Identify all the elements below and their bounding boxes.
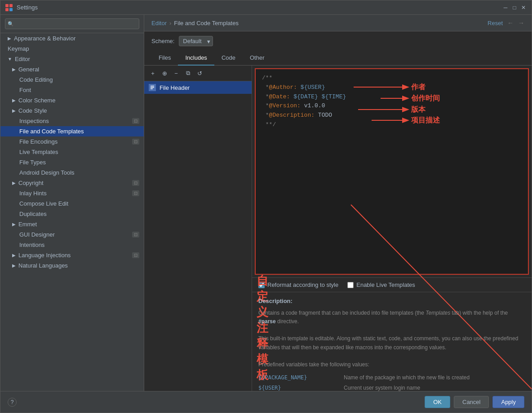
- reformat-input[interactable]: [258, 282, 265, 288]
- sidebar-item-inlay-hints[interactable]: Inlay Hints ⊡: [0, 188, 144, 198]
- forward-button[interactable]: →: [518, 19, 524, 26]
- breadcrumb-separator: ›: [169, 20, 171, 26]
- sidebar-item-label: General: [18, 66, 39, 73]
- code-editor[interactable]: /** *@Author: ${USER} *@Date: ${DATE} ${…: [255, 68, 529, 275]
- var-row-user: ${USER} Current user system login name: [258, 384, 525, 391]
- template-item-file-header[interactable]: File Header: [144, 81, 252, 94]
- remove-template-button[interactable]: −: [171, 68, 181, 78]
- options-row: Reformat according to style Enable Live …: [252, 278, 532, 292]
- cancel-button[interactable]: Cancel: [454, 396, 489, 408]
- revert-template-button[interactable]: ↺: [195, 68, 204, 78]
- expand-arrow: ▶: [12, 263, 16, 268]
- sidebar-item-live-templates[interactable]: Live Templates: [0, 147, 144, 157]
- minimize-button[interactable]: ─: [502, 4, 509, 11]
- ok-button[interactable]: OK: [425, 396, 450, 408]
- back-button[interactable]: ←: [507, 19, 514, 26]
- svg-rect-3: [9, 8, 13, 11]
- tab-other[interactable]: Other: [243, 51, 272, 66]
- sidebar-item-file-encodings[interactable]: File Encodings ⊡: [0, 136, 144, 147]
- bottom-panel: Reformat according to style Enable Live …: [252, 277, 532, 391]
- sidebar-item-language-injections[interactable]: ▶ Language Injections ⊡: [0, 250, 144, 260]
- var-name-user: ${USER}: [258, 384, 339, 391]
- breadcrumb: Editor › File and Code Templates: [151, 20, 239, 26]
- sidebar-item-label: File Encodings: [19, 138, 58, 145]
- sidebar-item-file-code-templates[interactable]: File and Code Templates: [0, 126, 144, 136]
- app-icon: [5, 4, 13, 12]
- template-toolbar: + ⊕ − ⧉ ↺: [144, 66, 252, 81]
- badge: ⊡: [132, 139, 139, 145]
- sidebar-item-gui-designer[interactable]: GUI Designer ⊡: [0, 229, 144, 240]
- scheme-select[interactable]: Default Project: [179, 36, 213, 46]
- add-template-button[interactable]: +: [148, 68, 158, 78]
- badge: ⊡: [132, 252, 139, 258]
- search-input[interactable]: [5, 18, 139, 29]
- breadcrumb-parent[interactable]: Editor: [151, 20, 167, 26]
- description-paragraph-2: This built-in template is editable. Alon…: [258, 334, 525, 351]
- sidebar-item-color-scheme[interactable]: ▶ Color Scheme: [0, 95, 144, 105]
- sidebar-item-editor[interactable]: ▼ Editor: [0, 54, 144, 64]
- sidebar-item-file-types[interactable]: File Types: [0, 157, 144, 167]
- expand-arrow: ▶: [12, 98, 16, 103]
- live-templates-input[interactable]: [347, 282, 354, 288]
- reformat-checkbox[interactable]: Reformat according to style: [258, 281, 338, 288]
- apply-button[interactable]: Apply: [492, 396, 524, 408]
- duplicate-template-button[interactable]: ⧉: [183, 68, 193, 78]
- sidebar-item-general[interactable]: ▶ General: [0, 64, 144, 75]
- sidebar-item-label: Live Templates: [19, 149, 58, 155]
- settings-window: Settings ─ □ ✕ 🔍 ▶ Appearance & Behavior…: [0, 0, 532, 413]
- sidebar-item-appearance[interactable]: ▶ Appearance & Behavior: [0, 33, 144, 44]
- scheme-select-wrap: Default Project: [179, 36, 213, 46]
- template-editor-area: + ⊕ − ⧉ ↺: [144, 66, 532, 391]
- tab-includes[interactable]: Includes: [178, 51, 214, 66]
- sidebar-item-code-style[interactable]: ▶ Code Style: [0, 105, 144, 116]
- sidebar-item-label: Compose Live Edit: [19, 200, 68, 207]
- svg-rect-2: [5, 8, 9, 11]
- badge: ⊡: [132, 232, 139, 237]
- close-button[interactable]: ✕: [520, 4, 527, 11]
- sidebar-item-emmet[interactable]: ▶ Emmet: [0, 219, 144, 229]
- expand-arrow: ▶: [12, 222, 16, 227]
- sidebar-item-duplicates[interactable]: Duplicates: [0, 209, 144, 219]
- window-controls: ─ □ ✕: [502, 4, 527, 11]
- expand-arrow: ▶: [12, 253, 16, 258]
- sidebar-item-android-design-tools[interactable]: Android Design Tools: [0, 167, 144, 178]
- var-desc-package: Name of the package in which the new fil…: [344, 373, 525, 382]
- expand-arrow: ▶: [12, 67, 16, 72]
- tab-files[interactable]: Files: [151, 51, 178, 66]
- sidebar-item-natural-languages[interactable]: ▶ Natural Languages: [0, 260, 144, 271]
- sidebar-item-copyright[interactable]: ▶ Copyright ⊡: [0, 178, 144, 188]
- sidebar-item-code-editing[interactable]: Code Editing: [0, 75, 144, 85]
- description-area: Description: Contains a code fragment th…: [252, 292, 532, 391]
- sidebar-item-label: Appearance & Behavior: [14, 35, 75, 42]
- live-templates-label: Enable Live Templates: [356, 281, 415, 288]
- sidebar-item-intentions[interactable]: Intentions: [0, 240, 144, 250]
- svg-rect-6: [151, 87, 154, 88]
- sidebar-item-keymap[interactable]: Keymap: [0, 44, 144, 54]
- description-title: Description:: [258, 297, 525, 306]
- sidebar-item-compose-live-edit[interactable]: Compose Live Edit: [0, 198, 144, 209]
- expand-arrow: ▶: [8, 36, 11, 41]
- footer: ? OK Cancel Apply: [0, 391, 532, 413]
- sidebar-item-label: Intentions: [19, 242, 44, 248]
- sidebar-item-font[interactable]: Font: [0, 85, 144, 95]
- svg-rect-1: [9, 4, 13, 7]
- live-templates-checkbox[interactable]: Enable Live Templates: [347, 281, 415, 288]
- sidebar-item-label: Inspections: [19, 118, 49, 124]
- tabs-row: Files Includes Code Other: [144, 51, 532, 66]
- template-icon: [149, 84, 156, 91]
- search-icon: 🔍: [8, 21, 14, 27]
- tab-code[interactable]: Code: [214, 51, 243, 66]
- help-button[interactable]: ?: [8, 398, 17, 407]
- reset-button[interactable]: Reset: [488, 20, 503, 26]
- main-panel: Editor › File and Code Templates Reset ←…: [144, 15, 532, 391]
- template-list-panel: + ⊕ − ⧉ ↺: [144, 66, 252, 391]
- expand-arrow: ▶: [12, 180, 16, 185]
- badge: ⊡: [132, 190, 139, 196]
- copy-template-button[interactable]: ⊕: [160, 68, 169, 78]
- sidebar-item-label: Code Style: [18, 107, 47, 114]
- svg-rect-7: [151, 88, 153, 89]
- sidebar-item-label: File and Code Templates: [19, 128, 84, 135]
- breadcrumb-current: File and Code Templates: [174, 20, 239, 26]
- sidebar-item-inspections[interactable]: Inspections ⊡: [0, 116, 144, 126]
- maximize-button[interactable]: □: [511, 4, 518, 11]
